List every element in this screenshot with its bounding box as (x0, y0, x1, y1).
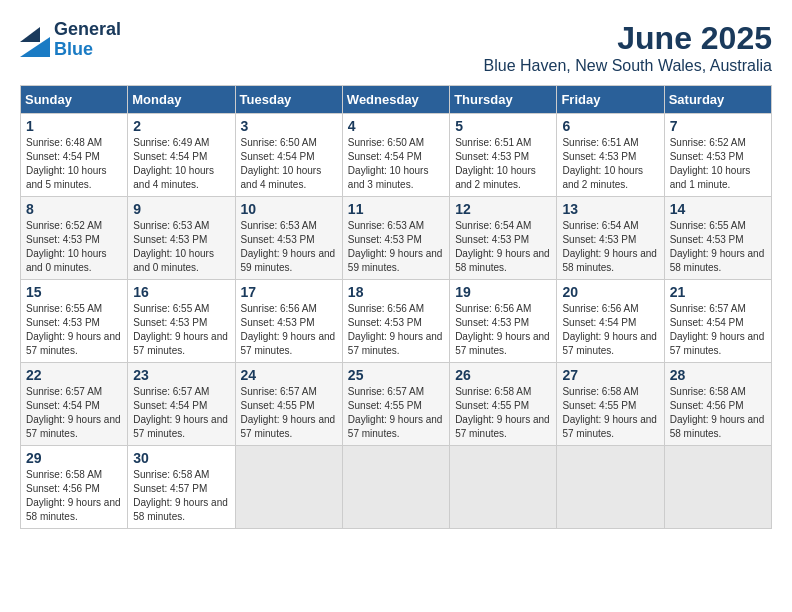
day-number: 6 (562, 118, 658, 134)
calendar-cell: 18 Sunrise: 6:56 AM Sunset: 4:53 PM Dayl… (342, 280, 449, 363)
day-info: Sunrise: 6:55 AM Sunset: 4:53 PM Dayligh… (133, 302, 229, 358)
day-info: Sunrise: 6:56 AM Sunset: 4:53 PM Dayligh… (348, 302, 444, 358)
calendar-cell: 12 Sunrise: 6:54 AM Sunset: 4:53 PM Dayl… (450, 197, 557, 280)
day-number: 11 (348, 201, 444, 217)
logo-text-general: General (54, 20, 121, 40)
calendar-cell: 20 Sunrise: 6:56 AM Sunset: 4:54 PM Dayl… (557, 280, 664, 363)
day-number: 29 (26, 450, 122, 466)
calendar-cell: 28 Sunrise: 6:58 AM Sunset: 4:56 PM Dayl… (664, 363, 771, 446)
svg-marker-1 (20, 27, 40, 42)
day-number: 5 (455, 118, 551, 134)
day-number: 20 (562, 284, 658, 300)
calendar-cell: 11 Sunrise: 6:53 AM Sunset: 4:53 PM Dayl… (342, 197, 449, 280)
logo-text-blue: Blue (54, 40, 121, 60)
calendar-cell: 27 Sunrise: 6:58 AM Sunset: 4:55 PM Dayl… (557, 363, 664, 446)
day-number: 17 (241, 284, 337, 300)
day-info: Sunrise: 6:58 AM Sunset: 4:57 PM Dayligh… (133, 468, 229, 524)
logo: General Blue (20, 20, 121, 60)
day-info: Sunrise: 6:58 AM Sunset: 4:56 PM Dayligh… (26, 468, 122, 524)
day-info: Sunrise: 6:57 AM Sunset: 4:55 PM Dayligh… (241, 385, 337, 441)
day-info: Sunrise: 6:48 AM Sunset: 4:54 PM Dayligh… (26, 136, 122, 192)
calendar-cell: 13 Sunrise: 6:54 AM Sunset: 4:53 PM Dayl… (557, 197, 664, 280)
day-info: Sunrise: 6:58 AM Sunset: 4:55 PM Dayligh… (455, 385, 551, 441)
day-number: 16 (133, 284, 229, 300)
month-title: June 2025 (484, 20, 772, 57)
calendar-week-row: 15 Sunrise: 6:55 AM Sunset: 4:53 PM Dayl… (21, 280, 772, 363)
day-info: Sunrise: 6:52 AM Sunset: 4:53 PM Dayligh… (670, 136, 766, 192)
day-info: Sunrise: 6:52 AM Sunset: 4:53 PM Dayligh… (26, 219, 122, 275)
day-number: 21 (670, 284, 766, 300)
calendar-cell (664, 446, 771, 529)
day-number: 27 (562, 367, 658, 383)
day-number: 12 (455, 201, 551, 217)
calendar-week-row: 22 Sunrise: 6:57 AM Sunset: 4:54 PM Dayl… (21, 363, 772, 446)
calendar-cell: 16 Sunrise: 6:55 AM Sunset: 4:53 PM Dayl… (128, 280, 235, 363)
calendar-cell: 30 Sunrise: 6:58 AM Sunset: 4:57 PM Dayl… (128, 446, 235, 529)
calendar-cell: 21 Sunrise: 6:57 AM Sunset: 4:54 PM Dayl… (664, 280, 771, 363)
calendar-cell: 1 Sunrise: 6:48 AM Sunset: 4:54 PM Dayli… (21, 114, 128, 197)
day-number: 1 (26, 118, 122, 134)
title-section: June 2025 Blue Haven, New South Wales, A… (484, 20, 772, 75)
calendar-cell: 15 Sunrise: 6:55 AM Sunset: 4:53 PM Dayl… (21, 280, 128, 363)
day-info: Sunrise: 6:56 AM Sunset: 4:53 PM Dayligh… (455, 302, 551, 358)
logo-icon (20, 22, 50, 57)
day-number: 18 (348, 284, 444, 300)
calendar-cell (342, 446, 449, 529)
day-info: Sunrise: 6:55 AM Sunset: 4:53 PM Dayligh… (670, 219, 766, 275)
calendar-cell: 25 Sunrise: 6:57 AM Sunset: 4:55 PM Dayl… (342, 363, 449, 446)
day-number: 19 (455, 284, 551, 300)
day-number: 26 (455, 367, 551, 383)
day-number: 4 (348, 118, 444, 134)
day-info: Sunrise: 6:56 AM Sunset: 4:53 PM Dayligh… (241, 302, 337, 358)
day-number: 2 (133, 118, 229, 134)
calendar-cell: 4 Sunrise: 6:50 AM Sunset: 4:54 PM Dayli… (342, 114, 449, 197)
day-info: Sunrise: 6:53 AM Sunset: 4:53 PM Dayligh… (241, 219, 337, 275)
day-number: 22 (26, 367, 122, 383)
calendar-cell: 5 Sunrise: 6:51 AM Sunset: 4:53 PM Dayli… (450, 114, 557, 197)
day-number: 24 (241, 367, 337, 383)
calendar-cell: 7 Sunrise: 6:52 AM Sunset: 4:53 PM Dayli… (664, 114, 771, 197)
calendar-cell: 23 Sunrise: 6:57 AM Sunset: 4:54 PM Dayl… (128, 363, 235, 446)
day-info: Sunrise: 6:56 AM Sunset: 4:54 PM Dayligh… (562, 302, 658, 358)
day-info: Sunrise: 6:53 AM Sunset: 4:53 PM Dayligh… (348, 219, 444, 275)
calendar-cell: 3 Sunrise: 6:50 AM Sunset: 4:54 PM Dayli… (235, 114, 342, 197)
day-info: Sunrise: 6:54 AM Sunset: 4:53 PM Dayligh… (562, 219, 658, 275)
day-number: 25 (348, 367, 444, 383)
calendar-cell: 8 Sunrise: 6:52 AM Sunset: 4:53 PM Dayli… (21, 197, 128, 280)
calendar-cell: 24 Sunrise: 6:57 AM Sunset: 4:55 PM Dayl… (235, 363, 342, 446)
day-info: Sunrise: 6:54 AM Sunset: 4:53 PM Dayligh… (455, 219, 551, 275)
day-info: Sunrise: 6:57 AM Sunset: 4:54 PM Dayligh… (670, 302, 766, 358)
weekday-header-friday: Friday (557, 86, 664, 114)
calendar-cell: 14 Sunrise: 6:55 AM Sunset: 4:53 PM Dayl… (664, 197, 771, 280)
day-info: Sunrise: 6:53 AM Sunset: 4:53 PM Dayligh… (133, 219, 229, 275)
day-info: Sunrise: 6:51 AM Sunset: 4:53 PM Dayligh… (562, 136, 658, 192)
day-info: Sunrise: 6:50 AM Sunset: 4:54 PM Dayligh… (241, 136, 337, 192)
day-info: Sunrise: 6:49 AM Sunset: 4:54 PM Dayligh… (133, 136, 229, 192)
calendar-cell (235, 446, 342, 529)
day-number: 15 (26, 284, 122, 300)
weekday-header-monday: Monday (128, 86, 235, 114)
calendar-cell: 2 Sunrise: 6:49 AM Sunset: 4:54 PM Dayli… (128, 114, 235, 197)
calendar: SundayMondayTuesdayWednesdayThursdayFrid… (20, 85, 772, 529)
day-number: 30 (133, 450, 229, 466)
calendar-cell (557, 446, 664, 529)
calendar-cell: 22 Sunrise: 6:57 AM Sunset: 4:54 PM Dayl… (21, 363, 128, 446)
day-info: Sunrise: 6:57 AM Sunset: 4:54 PM Dayligh… (26, 385, 122, 441)
calendar-week-row: 29 Sunrise: 6:58 AM Sunset: 4:56 PM Dayl… (21, 446, 772, 529)
weekday-header-row: SundayMondayTuesdayWednesdayThursdayFrid… (21, 86, 772, 114)
day-info: Sunrise: 6:51 AM Sunset: 4:53 PM Dayligh… (455, 136, 551, 192)
day-info: Sunrise: 6:57 AM Sunset: 4:54 PM Dayligh… (133, 385, 229, 441)
day-info: Sunrise: 6:58 AM Sunset: 4:55 PM Dayligh… (562, 385, 658, 441)
location-title: Blue Haven, New South Wales, Australia (484, 57, 772, 75)
calendar-cell: 6 Sunrise: 6:51 AM Sunset: 4:53 PM Dayli… (557, 114, 664, 197)
calendar-cell (450, 446, 557, 529)
day-info: Sunrise: 6:58 AM Sunset: 4:56 PM Dayligh… (670, 385, 766, 441)
calendar-cell: 19 Sunrise: 6:56 AM Sunset: 4:53 PM Dayl… (450, 280, 557, 363)
day-info: Sunrise: 6:55 AM Sunset: 4:53 PM Dayligh… (26, 302, 122, 358)
weekday-header-thursday: Thursday (450, 86, 557, 114)
day-number: 9 (133, 201, 229, 217)
day-number: 7 (670, 118, 766, 134)
day-number: 10 (241, 201, 337, 217)
calendar-cell: 9 Sunrise: 6:53 AM Sunset: 4:53 PM Dayli… (128, 197, 235, 280)
calendar-week-row: 8 Sunrise: 6:52 AM Sunset: 4:53 PM Dayli… (21, 197, 772, 280)
